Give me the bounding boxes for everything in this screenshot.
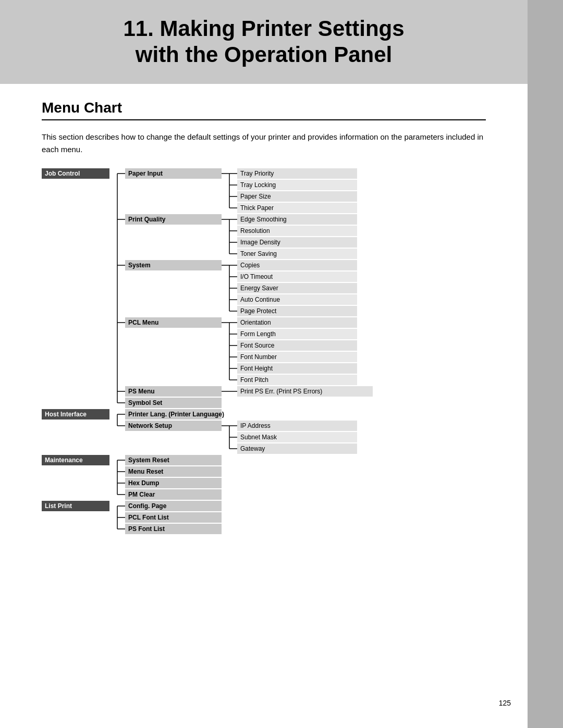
svg-text:Menu Reset: Menu Reset bbox=[128, 468, 163, 475]
content-area: Menu Chart This section describes how to… bbox=[0, 84, 528, 587]
svg-text:Config. Page: Config. Page bbox=[128, 502, 167, 510]
svg-text:System Reset: System Reset bbox=[128, 456, 169, 464]
svg-text:Subnet Mask: Subnet Mask bbox=[240, 434, 277, 441]
svg-text:Print PS Err. (Print PS Errors: Print PS Err. (Print PS Errors) bbox=[240, 388, 322, 395]
svg-text:PS Font List: PS Font List bbox=[128, 525, 165, 533]
svg-text:PCL Menu: PCL Menu bbox=[128, 319, 158, 326]
svg-text:Gateway: Gateway bbox=[240, 445, 265, 452]
svg-text:Tray Priority: Tray Priority bbox=[240, 170, 274, 177]
page: 11. Making Printer Settings with the Ope… bbox=[0, 0, 563, 728]
menu-chart-diagram: Job Control Paper Input Tray Priority Tr… bbox=[42, 168, 486, 566]
svg-text:Energy Saver: Energy Saver bbox=[240, 285, 278, 292]
svg-text:Tray Locking: Tray Locking bbox=[240, 181, 276, 189]
svg-text:Form Length: Form Length bbox=[240, 330, 276, 338]
svg-text:Orientation: Orientation bbox=[240, 319, 271, 326]
svg-text:Job Control: Job Control bbox=[45, 170, 80, 177]
svg-text:Symbol Set: Symbol Set bbox=[128, 399, 162, 406]
svg-text:Font Source: Font Source bbox=[240, 342, 275, 349]
svg-text:PM Clear: PM Clear bbox=[128, 491, 155, 498]
svg-text:Hex Dump: Hex Dump bbox=[128, 479, 159, 487]
svg-text:Edge Smoothing: Edge Smoothing bbox=[240, 216, 287, 223]
section-title: Menu Chart bbox=[42, 100, 486, 120]
page-number: 125 bbox=[499, 699, 511, 707]
svg-text:Toner Saving: Toner Saving bbox=[240, 250, 277, 257]
svg-text:PS Menu: PS Menu bbox=[128, 388, 155, 395]
svg-text:Print Quality: Print Quality bbox=[128, 216, 166, 223]
intro-text: This section describes how to change the… bbox=[42, 131, 486, 156]
svg-text:Paper Size: Paper Size bbox=[240, 193, 271, 200]
svg-text:Auto Continue: Auto Continue bbox=[240, 296, 280, 303]
page-title: 11. Making Printer Settings with the Ope… bbox=[42, 16, 486, 68]
svg-text:IP Address: IP Address bbox=[240, 422, 271, 429]
right-sidebar bbox=[528, 0, 563, 728]
svg-text:Host Interface: Host Interface bbox=[45, 411, 87, 418]
svg-text:Page Protect: Page Protect bbox=[240, 307, 277, 315]
svg-text:Font Height: Font Height bbox=[240, 365, 273, 372]
svg-text:Copies: Copies bbox=[240, 262, 260, 269]
svg-text:Image Density: Image Density bbox=[240, 239, 280, 246]
svg-text:I/O Timeout: I/O Timeout bbox=[240, 273, 273, 280]
svg-text:Network Setup: Network Setup bbox=[128, 422, 172, 429]
svg-text:Font Pitch: Font Pitch bbox=[240, 376, 268, 384]
header: 11. Making Printer Settings with the Ope… bbox=[0, 0, 528, 84]
svg-text:Thick Paper: Thick Paper bbox=[240, 204, 274, 212]
svg-text:List Print: List Print bbox=[45, 502, 72, 510]
svg-text:Font Number: Font Number bbox=[240, 353, 277, 361]
svg-text:Printer Lang. (Printer Languag: Printer Lang. (Printer Language) bbox=[128, 411, 224, 418]
svg-text:Paper Input: Paper Input bbox=[128, 170, 163, 177]
svg-text:Resolution: Resolution bbox=[240, 227, 270, 235]
svg-text:Maintenance: Maintenance bbox=[45, 456, 83, 464]
svg-text:System: System bbox=[128, 262, 151, 269]
svg-text:PCL Font List: PCL Font List bbox=[128, 514, 169, 521]
